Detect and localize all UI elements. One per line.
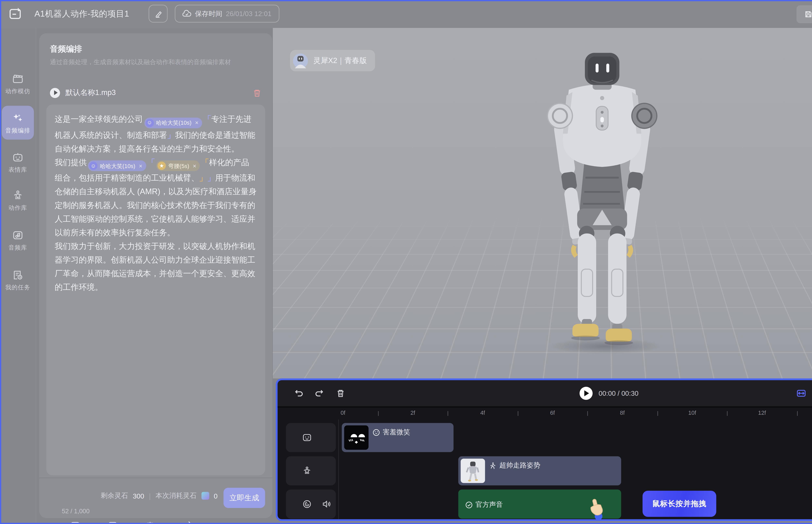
sidebar-item-motion-mimic[interactable]: 动作模仿	[0, 73, 36, 96]
music-box-icon	[12, 229, 24, 241]
lane-divider	[338, 420, 339, 519]
play-audio-button[interactable]	[50, 88, 60, 98]
transcript[interactable]: 这是一家全球领先的公司☺哈哈大笑(10s)×「专注于先进机器人系统的设计、制造和…	[55, 112, 257, 294]
sparkles-icon	[12, 112, 24, 124]
pencil-icon	[154, 10, 162, 18]
star-person-icon: ★	[158, 162, 166, 170]
redo-button[interactable]	[314, 389, 324, 398]
save-status-time: 26/01/03 12:01	[226, 10, 272, 17]
remove-tag-icon[interactable]: ×	[195, 116, 198, 129]
drag-tooltip-button[interactable]: 鼠标长按并拖拽	[643, 491, 716, 517]
annotation-bracket: 「	[201, 158, 209, 167]
remaining-value: 300	[133, 492, 144, 499]
floppy-icon	[804, 10, 812, 18]
audio-track-header[interactable]	[286, 490, 336, 519]
play-icon	[54, 90, 57, 95]
panel-title: 音频编排	[50, 44, 82, 55]
tag-label: 哈哈大笑(10s)	[100, 159, 135, 173]
top-bar: A1机器人动作-我的项目1 保存时间 26/01/03 12:01 合成并保存 …	[0, 0, 812, 28]
timeline-panel: 00:00 / 00:30 0f2f4f6f8f10f12f14f16f	[276, 378, 812, 521]
cloud-check-icon	[182, 9, 192, 18]
delete-clip-button[interactable]	[336, 389, 345, 398]
panel-footer: 剩余灵石 300 | 本次消耗灵石 0 立即生成	[39, 478, 272, 519]
action-clip[interactable]: 超帅走路姿势	[458, 456, 621, 485]
svg-text:AI: AI	[73, 523, 77, 524]
task-list-icon	[12, 269, 24, 281]
ruler-label: 0f	[341, 409, 345, 416]
timeline-body: 害羞微笑	[278, 420, 812, 519]
timeline-play-button[interactable]	[580, 387, 593, 400]
consume-label: 本次消耗灵石	[156, 491, 196, 500]
undo-button[interactable]	[294, 389, 304, 398]
smiley-icon: ☺	[89, 162, 97, 170]
face-wink-icon	[302, 432, 312, 443]
sidebar-item-audio-library[interactable]: 音频库	[0, 229, 36, 252]
expression-clip[interactable]: 害羞微笑	[342, 423, 454, 452]
app-window: A1机器人动作-我的项目1 保存时间 26/01/03 12:01 合成并保存 …	[0, 0, 812, 524]
insert-expression-button[interactable]: 插入表情	[137, 521, 163, 524]
save-status: 保存时间 26/01/03 12:01	[175, 5, 279, 22]
sidebar-item-audio-arrange[interactable]: 音频编排	[0, 112, 36, 135]
action-tag[interactable]: ★弯腰(5s)×	[157, 160, 200, 171]
timeline-ruler[interactable]: 0f2f4f6f8f10f12f14f16f	[278, 408, 812, 420]
one-key-arrange-button[interactable]: AI 一键编排	[62, 521, 88, 524]
remove-tag-icon[interactable]: ×	[139, 159, 142, 173]
model-name: 灵犀X2｜青春版	[313, 55, 367, 66]
smiley-icon: ☺	[145, 118, 153, 127]
expression-track-header[interactable]	[286, 423, 336, 452]
merge-save-button[interactable]: 合成并保存	[797, 5, 812, 23]
sidebar-item-label: 表情库	[0, 166, 36, 174]
delete-audio-button[interactable]	[253, 88, 262, 97]
play-icon	[584, 390, 589, 396]
project-title: A1机器人动作-我的项目1	[34, 9, 129, 20]
ruler-tick	[448, 411, 449, 416]
divider: |	[149, 492, 151, 499]
clapperboard-icon	[12, 73, 24, 85]
insert-action-button[interactable]: 插入动作	[99, 521, 125, 524]
transcript-tools: AI 一键编排 插入动作 插入表情 清空编排	[62, 521, 240, 524]
generate-now-button[interactable]: 立即生成	[224, 488, 265, 508]
transcript-card[interactable]: 这是一家全球领先的公司☺哈哈大笑(10s)×「专注于先进机器人系统的设计、制造和…	[46, 104, 265, 475]
annotation-bracket: 」	[199, 174, 207, 182]
audio-file-name: 默认名称1.mp3	[65, 88, 247, 98]
rename-button[interactable]	[149, 5, 167, 22]
ruler-tick	[797, 411, 798, 416]
clip-label-row: 官方声音	[466, 500, 503, 509]
ruler-label: 12f	[758, 409, 766, 416]
action-track-header[interactable]	[286, 456, 336, 485]
clear-arrange-button[interactable]: 清空编排	[174, 521, 200, 524]
transcript-text: 用于物流和仓储的自主移动机器人 (AMR)，以及为医疗和酒店业量身定制的服务机器…	[55, 174, 257, 292]
panel-subtitle: 通过音频处理，生成音频素材以及融合动作和表情的音频编排素材	[50, 58, 231, 67]
clip-label-row: 害羞微笑	[373, 428, 410, 437]
fit-width-button[interactable]	[797, 389, 806, 398]
speaker-icon	[322, 499, 331, 509]
sidebar-item-action-library[interactable]: 动作库	[0, 190, 36, 212]
ruler-label: 6f	[550, 409, 555, 416]
tag-label: 弯腰(5s)	[168, 159, 189, 173]
remaining-label: 剩余灵石	[101, 491, 128, 500]
viewport-3d[interactable]: 灵犀X2｜青春版 Z X Y	[273, 28, 812, 378]
person-icon	[302, 466, 312, 476]
annotation-bracket: 「	[203, 115, 211, 124]
gem-balance-row: 剩余灵石 300 | 本次消耗灵石 0	[39, 491, 217, 500]
smiley-icon	[373, 429, 380, 436]
pointing-hand-icon	[587, 498, 606, 521]
voice-icon	[302, 499, 312, 509]
model-chip[interactable]: 灵犀X2｜青春版	[290, 50, 375, 71]
ruler-tick	[657, 411, 658, 416]
clip-label-row: 超帅走路姿势	[489, 461, 540, 470]
robot-model[interactable]	[502, 50, 702, 347]
robot-face-icon	[145, 521, 155, 524]
ruler-tick	[587, 411, 588, 416]
annotation-bracket: 」	[167, 130, 175, 139]
clip-title: 超帅走路姿势	[499, 461, 540, 470]
ruler-label: 8f	[620, 409, 625, 416]
expression-tag[interactable]: ☺哈哈大笑(10s)×	[88, 160, 146, 171]
expression-tag[interactable]: ☺哈哈大笑(10s)×	[144, 117, 202, 128]
remove-tag-icon[interactable]: ×	[193, 159, 196, 173]
sidebar-item-expression-library[interactable]: 表情库	[0, 151, 36, 174]
sidebar-item-my-tasks[interactable]: 我的任务	[0, 269, 36, 292]
sidebar-item-label: 我的任务	[0, 283, 36, 292]
official-voice-icon	[466, 501, 473, 508]
app-logo-icon[interactable]	[8, 6, 24, 21]
